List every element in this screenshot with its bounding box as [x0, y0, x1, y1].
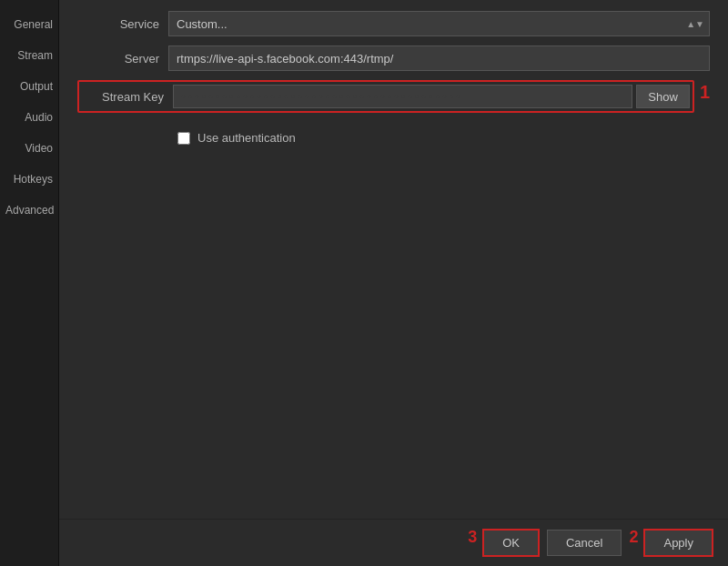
use-auth-label[interactable]: Use authentication	[197, 131, 296, 145]
sidebar-item-audio[interactable]: Audio	[0, 102, 58, 133]
apply-button[interactable]: Apply	[643, 529, 713, 557]
sidebar-item-stream[interactable]: Stream	[0, 40, 58, 71]
annotation-3: 3	[468, 529, 477, 545]
stream-key-row: Stream Key Show	[77, 80, 694, 113]
show-button[interactable]: Show	[636, 85, 690, 108]
annotation-2: 2	[629, 529, 638, 545]
sidebar-item-output[interactable]: Output	[0, 71, 58, 102]
service-select-wrapper: Custom... ▲▼	[168, 11, 710, 36]
server-label: Server	[77, 52, 168, 66]
use-auth-checkbox[interactable]	[177, 132, 190, 145]
ok-button[interactable]: OK	[482, 529, 540, 557]
cancel-button[interactable]: Cancel	[547, 530, 622, 556]
sidebar-item-video[interactable]: Video	[0, 133, 58, 164]
use-auth-row: Use authentication	[177, 131, 710, 145]
sidebar-item-advanced[interactable]: Advanced	[0, 195, 58, 226]
settings-area: Service Custom... ▲▼ Server Stream Key S…	[59, 0, 728, 519]
sidebar-item-hotkeys[interactable]: Hotkeys	[0, 164, 58, 195]
annotation-1: 1	[700, 82, 710, 103]
main-content: Service Custom... ▲▼ Server Stream Key S…	[59, 0, 728, 566]
button-bar: 3 OK Cancel 2 Apply	[59, 519, 728, 566]
stream-key-input[interactable]	[173, 85, 632, 108]
stream-key-label: Stream Key	[82, 90, 173, 104]
service-select[interactable]: Custom...	[168, 11, 710, 36]
server-row: Server	[77, 45, 710, 71]
sidebar-item-general[interactable]: General	[0, 9, 58, 40]
server-input[interactable]	[168, 45, 710, 71]
service-label: Service	[77, 17, 168, 31]
service-row: Service Custom... ▲▼	[77, 11, 710, 36]
sidebar: General Stream Output Audio Video Hotkey…	[0, 0, 59, 566]
